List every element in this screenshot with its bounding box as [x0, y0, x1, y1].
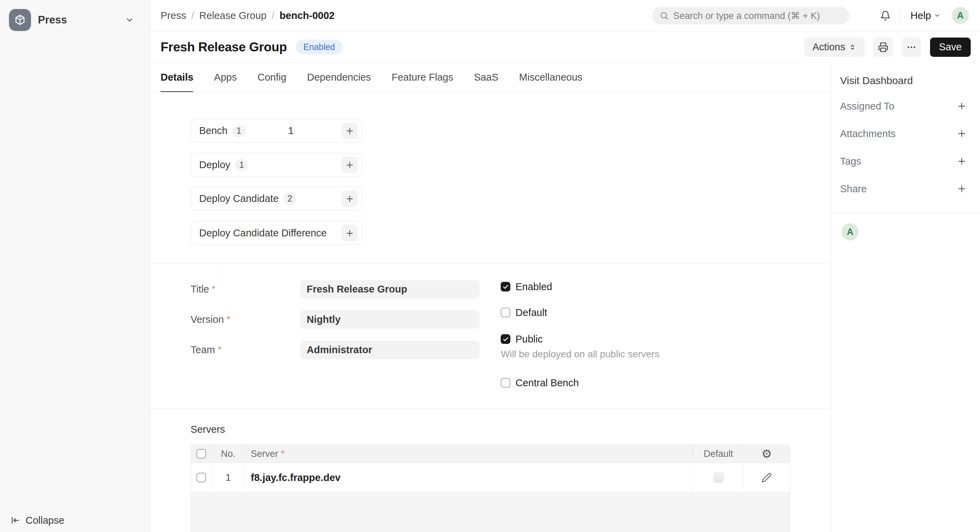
checkbox-checked-icon [501, 334, 510, 344]
status-badge: Enabled [296, 40, 343, 54]
section-divider [151, 408, 831, 409]
user-avatar[interactable]: A [952, 7, 969, 24]
tab-details[interactable]: Details [161, 63, 193, 92]
assigned-to-label: Assigned To [840, 101, 894, 112]
required-asterisk: * [281, 449, 285, 459]
app-window: Press Collapse Press / Release Group / b… [0, 0, 980, 532]
checkbox-unchecked-icon [501, 308, 510, 318]
link-card-label: Deploy Candidate Difference [199, 227, 327, 239]
plus-icon [956, 101, 967, 111]
add-deploy-candidate-difference-button[interactable] [342, 225, 358, 241]
breadcrumb-press[interactable]: Press [161, 10, 186, 21]
panel-divider [832, 213, 980, 213]
plus-icon [956, 156, 967, 167]
share-label: Share [840, 183, 867, 195]
tab-saas[interactable]: SaaS [474, 63, 498, 92]
save-button[interactable]: Save [930, 38, 971, 57]
search-input[interactable]: Search or type a command (⌘ + K) [652, 7, 849, 24]
main-content: Bench 1 1 Deploy 1 Deploy Candidate 2 De… [151, 92, 831, 532]
select-all-checkbox[interactable] [196, 449, 206, 459]
tab-miscellaneous[interactable]: Miscellaneous [519, 63, 582, 92]
assigned-to-row: Assigned To [840, 101, 967, 112]
link-card-deploy-candidate-difference[interactable]: Deploy Candidate Difference [191, 221, 362, 245]
add-tag-button[interactable] [956, 156, 967, 167]
plus-icon [956, 184, 967, 194]
topbar-divider [900, 8, 901, 23]
collapse-icon [10, 515, 20, 526]
notifications-bell-icon[interactable] [880, 10, 891, 21]
add-assignment-button[interactable] [956, 101, 967, 111]
breadcrumb-current: bench-0002 [280, 10, 334, 21]
top-bar: Press / Release Group / bench-0002 Searc… [151, 0, 980, 31]
tab-config[interactable]: Config [258, 63, 286, 92]
server-name-cell[interactable]: f8.jay.fc.frappe.dev [245, 463, 694, 492]
add-deploy-candidate-button[interactable] [342, 191, 358, 207]
plus-icon [345, 126, 355, 136]
page-header: Fresh Release Group Enabled Actions Save [151, 31, 980, 63]
default-disabled-checkbox[interactable] [713, 472, 724, 483]
tab-apps[interactable]: Apps [214, 63, 237, 92]
title-field[interactable]: Fresh Release Group [300, 280, 480, 299]
default-checkbox[interactable]: Default [501, 307, 547, 318]
checkbox-label: Default [515, 307, 547, 318]
plus-icon [345, 160, 355, 170]
topbar-right-cluster: Help A [880, 0, 969, 31]
required-asterisk: * [212, 284, 216, 295]
add-share-button[interactable] [956, 184, 967, 194]
link-card-count-badge: 2 [283, 193, 297, 205]
title-field-label: Title* [191, 280, 215, 299]
press-logo-icon [9, 9, 31, 31]
public-checkbox-help-text: Will be deployed on all public servers [501, 349, 660, 360]
link-card-deploy-candidate[interactable]: Deploy Candidate 2 [191, 187, 362, 211]
ellipsis-icon [906, 42, 916, 52]
link-card-bench[interactable]: Bench 1 1 [191, 119, 362, 143]
workspace-switcher[interactable]: Press [9, 8, 142, 32]
link-card-value: 1 [284, 125, 298, 137]
collapse-sidebar-button[interactable]: Collapse [10, 512, 64, 529]
collapse-label: Collapse [25, 515, 64, 526]
add-bench-button[interactable] [342, 123, 358, 139]
share-row: Share [840, 183, 967, 194]
breadcrumb-release-group[interactable]: Release Group [199, 10, 266, 21]
server-table-row: 1 f8.jay.fc.frappe.dev [191, 463, 790, 492]
attachments-label: Attachments [840, 128, 896, 140]
central-bench-checkbox[interactable]: Central Bench [501, 378, 579, 388]
team-field-label: Team* [191, 341, 221, 359]
add-deploy-button[interactable] [342, 157, 358, 173]
visit-dashboard-link[interactable]: Visit Dashboard [840, 75, 913, 86]
chevron-down-icon [125, 16, 134, 24]
right-side-panel: Visit Dashboard Assigned To Attachments … [831, 63, 980, 532]
actions-button[interactable]: Actions [804, 38, 865, 57]
enabled-checkbox[interactable]: Enabled [501, 281, 552, 292]
row-select-checkbox[interactable] [196, 473, 206, 483]
section-divider [151, 264, 831, 264]
link-card-deploy[interactable]: Deploy 1 [191, 153, 362, 177]
link-card-label: Deploy Candidate [199, 193, 279, 204]
public-checkbox[interactable]: Public [501, 334, 543, 344]
table-settings-gear-icon[interactable]: ⚙ [762, 447, 772, 461]
help-menu[interactable]: Help [910, 10, 941, 21]
page-title: Fresh Release Group [161, 40, 287, 54]
edit-row-pencil-icon[interactable] [762, 472, 772, 483]
attachments-row: Attachments [840, 128, 967, 139]
tab-dependencies[interactable]: Dependencies [307, 63, 371, 92]
help-label: Help [910, 10, 931, 21]
tab-feature-flags[interactable]: Feature Flags [391, 63, 453, 92]
add-attachment-button[interactable] [956, 129, 967, 139]
row-number: 1 [212, 463, 245, 492]
team-field[interactable]: Administrator [300, 341, 480, 359]
checkbox-label: Enabled [515, 281, 552, 292]
checkbox-label: Central Bench [515, 377, 579, 389]
plus-icon [345, 229, 355, 238]
column-default: Default [693, 445, 744, 463]
print-button[interactable] [873, 38, 893, 57]
required-asterisk: * [218, 345, 221, 355]
link-card-count-badge: 1 [235, 159, 248, 171]
link-card-label: Deploy [199, 159, 230, 171]
version-field[interactable]: Nightly [300, 310, 480, 329]
more-menu-button[interactable] [902, 38, 921, 57]
plus-icon [345, 194, 355, 203]
seen-by-avatar[interactable]: A [842, 223, 859, 240]
search-placeholder: Search or type a command (⌘ + K) [673, 10, 820, 21]
servers-table-header: No. Server* Default ⚙ [191, 445, 790, 463]
